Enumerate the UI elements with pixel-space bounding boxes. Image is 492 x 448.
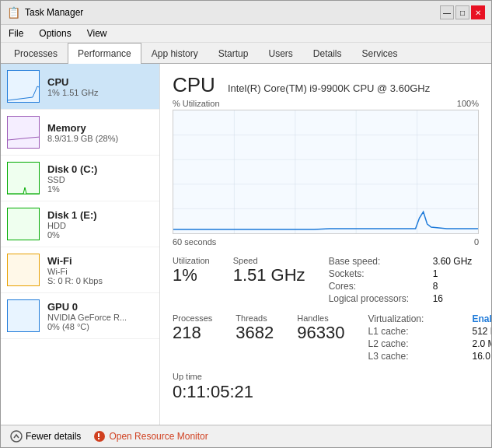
menu-bar: File Options View xyxy=(1,25,491,43)
utilization-label: Utilization xyxy=(173,256,210,265)
sidebar-cpu-detail: 1% 1.51 GHz xyxy=(47,88,98,97)
menu-view[interactable]: View xyxy=(82,26,112,40)
tab-bar: Processes Performance App history Startu… xyxy=(1,43,491,64)
cpu-title: CPU xyxy=(173,73,215,97)
menu-options[interactable]: Options xyxy=(34,26,75,40)
window-title: Task Manager xyxy=(25,7,83,18)
sidebar-gpu0-detail2: 0% (48 °C) xyxy=(47,322,127,331)
sidebar-label-disk0: Disk 0 (C:) SSD 1% xyxy=(47,163,97,194)
cpu-subtitle: Intel(R) Core(TM) i9-9900K CPU @ 3.60GHz xyxy=(228,82,430,94)
sidebar-graph-disk1 xyxy=(7,208,40,240)
sidebar-item-disk1[interactable]: Disk 1 (E:) HDD 0% xyxy=(1,201,159,247)
sidebar-item-disk0[interactable]: Disk 0 (C:) SSD 1% xyxy=(1,156,159,201)
tab-details[interactable]: Details xyxy=(303,43,352,64)
svg-rect-16 xyxy=(98,433,99,437)
sidebar-disk1-detail2: 0% xyxy=(47,230,97,240)
logical-label: Logical processors: xyxy=(329,293,430,304)
monitor-icon xyxy=(93,430,106,443)
base-speed-label: Base speed: xyxy=(329,256,430,267)
maximize-button[interactable]: □ xyxy=(455,5,469,19)
sidebar: CPU 1% 1.51 GHz Memory 8.9/31.9 GB (28%) xyxy=(1,64,160,425)
cpu-chart xyxy=(173,110,479,234)
cpu-header: CPU Intel(R) Core(TM) i9-9900K CPU @ 3.6… xyxy=(173,73,479,97)
chart-time-left: 60 seconds xyxy=(173,237,216,247)
processes-value: 218 xyxy=(173,323,212,343)
tab-services[interactable]: Services xyxy=(352,43,408,64)
svg-rect-1 xyxy=(8,117,40,149)
content-area: CPU 1% 1.51 GHz Memory 8.9/31.9 GB (28%) xyxy=(1,64,491,425)
sidebar-graph-cpu xyxy=(7,70,40,103)
chevron-up-icon xyxy=(10,430,23,443)
threads-label: Threads xyxy=(236,313,274,323)
l1-label: L1 cache: xyxy=(368,326,469,337)
info-row-l3: L3 cache: 16.0 MB xyxy=(368,351,492,362)
handles-label: Handles xyxy=(297,313,344,323)
info-row-sockets: Sockets: 1 xyxy=(329,268,479,279)
sidebar-graph-gpu0 xyxy=(7,299,40,332)
threads-value: 3682 xyxy=(236,323,274,343)
chart-label: % Utilization 100% xyxy=(173,99,479,108)
fewer-details-button[interactable]: Fewer details xyxy=(10,430,81,443)
info-table-2: Virtualization: Enabled L1 cache: 512 KB… xyxy=(368,313,492,362)
sidebar-item-gpu0[interactable]: GPU 0 NVIDIA GeForce R... 0% (48 °C) xyxy=(1,293,159,339)
sidebar-wifi-detail2: S: 0 R: 0 Kbps xyxy=(47,276,103,285)
sidebar-wifi-detail1: Wi-Fi xyxy=(47,267,103,276)
chart-time-label: 60 seconds 0 xyxy=(173,237,479,247)
sidebar-disk1-detail1: HDD xyxy=(47,221,97,230)
tab-startup[interactable]: Startup xyxy=(208,43,259,64)
close-button[interactable]: ✕ xyxy=(471,5,485,19)
l2-label: L2 cache: xyxy=(368,338,469,349)
sockets-label: Sockets: xyxy=(329,268,430,279)
minimize-button[interactable]: — xyxy=(440,5,454,19)
bottom-bar: Fewer details Open Resource Monitor xyxy=(1,425,491,447)
sidebar-item-cpu[interactable]: CPU 1% 1.51 GHz xyxy=(1,64,159,110)
sidebar-memory-name: Memory xyxy=(47,122,118,134)
svg-rect-3 xyxy=(8,208,40,240)
sidebar-label-cpu: CPU 1% 1.51 GHz xyxy=(47,76,98,97)
tab-processes[interactable]: Processes xyxy=(4,43,68,64)
logical-val: 16 xyxy=(433,293,443,304)
sidebar-label-memory: Memory 8.9/31.9 GB (28%) xyxy=(47,122,118,143)
l1-val: 512 KB xyxy=(473,326,492,337)
open-resource-monitor-button[interactable]: Open Resource Monitor xyxy=(93,430,208,443)
info-table-container: Base speed: 3.60 GHz Sockets: 1 Cores: 8 xyxy=(329,256,479,306)
l3-label: L3 cache: xyxy=(368,351,469,362)
menu-file[interactable]: File xyxy=(4,26,28,40)
sidebar-graph-wifi xyxy=(7,254,40,286)
stats-row-1: Utilization 1% Speed 1.51 GHz Base speed… xyxy=(173,256,479,306)
sidebar-label-disk1: Disk 1 (E:) HDD 0% xyxy=(47,209,97,240)
svg-point-14 xyxy=(11,431,22,442)
sidebar-item-memory[interactable]: Memory 8.9/31.9 GB (28%) xyxy=(1,110,159,156)
svg-rect-4 xyxy=(8,254,40,286)
stat-processes: Processes 218 xyxy=(173,313,212,363)
uptime-value: 0:11:05:21 xyxy=(173,382,479,402)
sidebar-gpu0-detail1: NVIDIA GeForce R... xyxy=(47,313,127,322)
fewer-details-label: Fewer details xyxy=(26,431,81,442)
svg-rect-17 xyxy=(98,438,99,439)
open-monitor-label: Open Resource Monitor xyxy=(109,431,208,442)
info-row-cores: Cores: 8 xyxy=(329,281,479,292)
tab-performance[interactable]: Performance xyxy=(68,43,141,64)
svg-rect-5 xyxy=(8,300,40,332)
main-panel: CPU Intel(R) Core(TM) i9-9900K CPU @ 3.6… xyxy=(160,64,491,425)
app-icon: 📋 xyxy=(7,6,20,19)
virt-label: Virtualization: xyxy=(368,313,469,324)
tab-app-history[interactable]: App history xyxy=(141,43,208,64)
tab-users[interactable]: Users xyxy=(258,43,302,64)
sidebar-cpu-name: CPU xyxy=(47,76,98,88)
title-bar-left: 📋 Task Manager xyxy=(7,6,83,19)
handles-value: 96330 xyxy=(297,323,344,343)
sidebar-item-wifi[interactable]: Wi-Fi Wi-Fi S: 0 R: 0 Kbps xyxy=(1,247,159,293)
sidebar-disk0-detail2: 1% xyxy=(47,184,97,194)
l3-val: 16.0 MB xyxy=(473,351,492,362)
chart-svg xyxy=(173,110,478,233)
speed-label: Speed xyxy=(233,256,305,265)
title-bar-buttons: — □ ✕ xyxy=(440,5,485,19)
info-row-basespeed: Base speed: 3.60 GHz xyxy=(329,256,479,267)
task-manager-window: 📋 Task Manager — □ ✕ File Options View P… xyxy=(0,0,492,448)
stat-threads: Threads 3682 xyxy=(236,313,274,363)
sidebar-graph-disk0 xyxy=(7,162,40,194)
sidebar-disk0-name: Disk 0 (C:) xyxy=(47,163,97,175)
speed-value: 1.51 GHz xyxy=(233,265,305,285)
svg-rect-2 xyxy=(8,163,40,194)
